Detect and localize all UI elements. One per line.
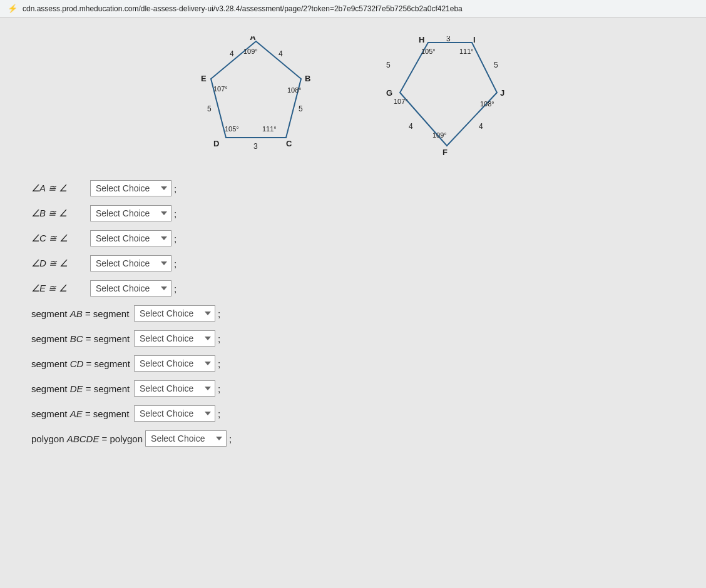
semicolon-poly: ; — [229, 433, 232, 444]
svg-text:I: I — [473, 36, 476, 44]
row-seg-ab: segment AB = segment Select Choice HIIJJ… — [31, 305, 687, 322]
polygon-abcde: A B C D E 109° 108° 111° 105° 107° 4 4 5… — [193, 36, 319, 161]
dropdown-angle-b[interactable]: Select Choice HIJFG — [90, 205, 171, 221]
row-seg-bc: segment BC = segment Select Choice HIIJJ… — [31, 330, 687, 347]
row-seg-ae: segment AE = segment Select Choice HIIJJ… — [31, 405, 687, 422]
label-seg-ae: segment AE = segment — [31, 408, 131, 419]
diagram-area: A B C D E 109° 108° 111° 105° 107° 4 4 5… — [19, 36, 687, 161]
svg-text:105°: 105° — [421, 48, 436, 55]
svg-text:3: 3 — [253, 142, 258, 151]
svg-text:107°: 107° — [394, 98, 408, 105]
semicolon-seg-ab: ; — [218, 308, 220, 319]
svg-text:108°: 108° — [287, 86, 302, 94]
semicolon-d: ; — [174, 258, 176, 269]
svg-text:B: B — [305, 74, 310, 83]
answer-section: ∠A ≅ ∠ Select Choice HIJFG ; ∠B ≅ ∠ Sele… — [31, 180, 687, 447]
svg-text:108°: 108° — [480, 100, 494, 108]
label-poly-abcde: polygon ABCDE = polygon — [31, 433, 143, 444]
label-seg-ab: segment AB = segment — [31, 308, 131, 319]
label-seg-cd: segment CD = segment — [31, 358, 131, 369]
dropdown-seg-bc[interactable]: Select Choice HIIJJFFGGH — [134, 330, 215, 347]
semicolon-seg-ae: ; — [218, 408, 220, 419]
label-angle-b: ∠B ≅ ∠ — [31, 208, 88, 219]
label-angle-c: ∠C ≅ ∠ — [31, 233, 88, 244]
dropdown-seg-cd[interactable]: Select Choice HIIJJFFGGH — [134, 355, 215, 372]
dropdown-seg-ae[interactable]: Select Choice HIIJJFFGGH — [134, 405, 215, 422]
svg-text:3: 3 — [446, 36, 451, 43]
row-seg-cd: segment CD = segment Select Choice HIIJJ… — [31, 355, 687, 372]
svg-text:4: 4 — [279, 49, 283, 58]
polygon-hijgf: H I J F G 105° 111° 108° 109° 107° 3 5 4… — [369, 36, 513, 161]
semicolon-seg-de: ; — [218, 383, 220, 394]
semicolon-b: ; — [174, 208, 176, 219]
semicolon-seg-cd: ; — [218, 358, 220, 369]
dropdown-seg-de[interactable]: Select Choice HIIJJFFGGH — [134, 380, 215, 397]
svg-text:F: F — [443, 148, 448, 157]
dropdown-angle-e[interactable]: Select Choice HIJFG — [90, 280, 171, 297]
svg-text:107°: 107° — [213, 85, 228, 93]
label-seg-de: segment DE = segment — [31, 383, 131, 394]
browser-icon: ⚡ — [8, 4, 18, 13]
svg-text:111°: 111° — [262, 125, 277, 133]
svg-text:5: 5 — [386, 61, 391, 69]
row-angle-c: ∠C ≅ ∠ Select Choice HIJFG ; — [31, 230, 687, 246]
svg-text:C: C — [286, 139, 292, 148]
dropdown-angle-d[interactable]: Select Choice HIJFG — [90, 255, 171, 271]
dropdown-seg-ab[interactable]: Select Choice HIIJJFFGGH — [134, 305, 215, 322]
label-angle-d: ∠D ≅ ∠ — [31, 258, 88, 269]
svg-text:109°: 109° — [243, 48, 258, 55]
url-bar: cdn.assess.prod.mheducation.com/dle-asse… — [23, 4, 463, 13]
svg-text:4: 4 — [409, 122, 413, 131]
row-poly-abcde: polygon ABCDE = polygon Select Choice HI… — [31, 430, 687, 447]
semicolon-a: ; — [174, 183, 176, 194]
svg-text:D: D — [213, 139, 219, 148]
svg-text:4: 4 — [479, 122, 483, 131]
dropdown-poly-abcde[interactable]: Select Choice HIJFGHIFGJ — [145, 430, 227, 447]
svg-text:J: J — [500, 88, 504, 98]
svg-text:105°: 105° — [225, 125, 239, 133]
row-seg-de: segment DE = segment Select Choice HIIJJ… — [31, 380, 687, 397]
semicolon-seg-bc: ; — [218, 333, 220, 344]
row-angle-b: ∠B ≅ ∠ Select Choice HIJFG ; — [31, 205, 687, 221]
label-angle-a: ∠A ≅ ∠ — [31, 183, 88, 194]
dropdown-angle-a[interactable]: Select Choice HIJFG — [90, 180, 171, 196]
semicolon-e: ; — [174, 283, 176, 294]
svg-text:5: 5 — [494, 61, 498, 69]
svg-text:E: E — [201, 74, 207, 83]
row-angle-e: ∠E ≅ ∠ Select Choice HIJFG ; — [31, 280, 687, 297]
svg-text:A: A — [250, 36, 256, 42]
label-seg-bc: segment BC = segment — [31, 333, 131, 344]
row-angle-d: ∠D ≅ ∠ Select Choice HIJFG ; — [31, 255, 687, 271]
svg-text:4: 4 — [230, 49, 234, 58]
browser-bar: ⚡ cdn.assess.prod.mheducation.com/dle-as… — [0, 0, 706, 18]
svg-text:111°: 111° — [459, 48, 474, 55]
label-angle-e: ∠E ≅ ∠ — [31, 283, 88, 294]
row-angle-a: ∠A ≅ ∠ Select Choice HIJFG ; — [31, 180, 687, 196]
svg-text:G: G — [386, 88, 392, 98]
svg-text:H: H — [419, 36, 424, 44]
svg-text:5: 5 — [207, 104, 212, 113]
semicolon-c: ; — [174, 233, 176, 244]
svg-text:109°: 109° — [432, 131, 447, 139]
main-content: A B C D E 109° 108° 111° 105° 107° 4 4 5… — [0, 18, 706, 580]
dropdown-angle-c[interactable]: Select Choice HIJFG — [90, 230, 171, 246]
svg-text:5: 5 — [299, 104, 303, 113]
